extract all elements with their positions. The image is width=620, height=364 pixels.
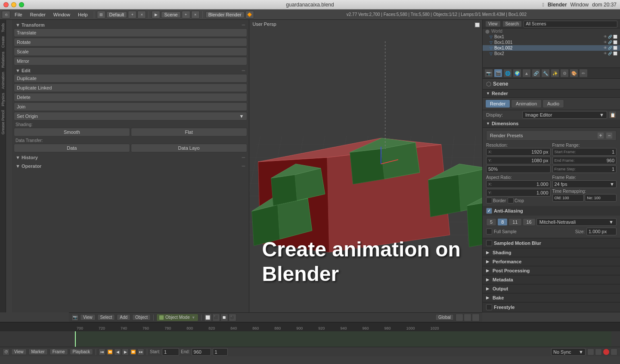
play-rev-icon[interactable]: ◀ (114, 349, 121, 355)
viewport-toggle[interactable]: ⬜ (474, 22, 480, 28)
step-prev-icon[interactable]: ⏪ (106, 349, 113, 355)
smooth-button[interactable]: Smooth (14, 128, 130, 136)
shading-solid[interactable]: ⬛ (212, 314, 220, 321)
duplicate-linked-button[interactable]: Duplicate Linked (14, 83, 247, 92)
timeline-mode-icon[interactable]: ⏱ (3, 349, 9, 355)
object-mode-selector[interactable]: Object Mode ▼ (156, 314, 198, 321)
timeline-frame-btn[interactable]: Frame (50, 349, 68, 355)
aa-8[interactable]: 8 (497, 218, 508, 226)
physics-icon-label[interactable]: Physics (0, 91, 6, 108)
display-icon-btn[interactable]: 📋 (609, 111, 617, 119)
timeline-r4[interactable] (611, 349, 617, 355)
layout-icon[interactable]: ⊞ (97, 11, 105, 19)
workspace-selector[interactable]: Default (106, 11, 127, 18)
scene-selector[interactable]: Scene (161, 11, 180, 18)
outliner-item-box2[interactable]: ▽ Box2 👁 🔗 ⬜ (483, 51, 620, 56)
scale-button[interactable]: Scale (14, 47, 247, 56)
outliner-item-box1-002[interactable]: ▽ Box1.002 👁 🔗 ⬜ (483, 45, 620, 51)
timeline-r1[interactable] (587, 349, 594, 355)
no-sync-dropdown[interactable]: No Sync ▼ (551, 348, 586, 356)
create-icon-label[interactable]: Create (0, 34, 6, 49)
remove-scene-icon[interactable]: × (191, 11, 200, 19)
freestyle-checkbox[interactable] (486, 304, 492, 310)
flat-button[interactable]: Flat (131, 128, 247, 136)
start-value[interactable]: 1 (162, 348, 179, 356)
res-y-field[interactable]: Y: 1080 px (486, 157, 551, 164)
translate-icon[interactable] (456, 314, 463, 321)
minimize-button[interactable] (11, 2, 16, 7)
presets-plus[interactable]: + (597, 132, 604, 139)
timeline-r2[interactable] (595, 349, 602, 355)
output-header[interactable]: ▶ Output (483, 284, 620, 293)
history-section-header[interactable]: ▼ History ··· (14, 154, 247, 161)
view-button[interactable]: View (485, 21, 501, 27)
render-engine-selector[interactable]: Blender Render (205, 11, 245, 18)
object-btn[interactable]: Object (132, 314, 151, 321)
menu-render[interactable]: Render (27, 11, 49, 18)
shading-wire[interactable]: ⬜ (204, 314, 212, 321)
aa-16[interactable]: 16 (523, 218, 536, 226)
freestyle-header[interactable]: Freestyle (483, 302, 620, 312)
data-layo-button[interactable]: Data Layo (131, 144, 247, 152)
render-prop-icon[interactable]: 📷 (484, 69, 493, 77)
remove-workspace-icon[interactable]: × (137, 11, 146, 19)
edit-section-header[interactable]: ▼ Edit ··· (14, 67, 247, 74)
render-presets-btn[interactable]: Render Presets + − (486, 130, 617, 141)
old-field[interactable]: Old: 100 (552, 194, 584, 202)
translate-button[interactable]: Translate (14, 28, 247, 37)
metadata-header[interactable]: ▶ Metadata (483, 275, 620, 284)
crop-checkbox[interactable] (508, 197, 514, 204)
relations-icon-label[interactable]: Relations (0, 50, 6, 70)
end-value[interactable]: 960 (192, 348, 211, 356)
global-btn[interactable]: Global (435, 314, 454, 321)
set-origin-button[interactable]: Set Origin ▼ (14, 112, 247, 120)
maximize-button[interactable] (19, 2, 24, 7)
world-prop-icon[interactable]: 🌍 (513, 69, 521, 77)
render-tab-render[interactable]: Render (485, 99, 510, 108)
aa-preset-dropdown[interactable]: Mitchell-Netravali ▼ (536, 218, 617, 226)
window-menu[interactable]: Window (570, 2, 589, 8)
view-btn[interactable]: View (80, 314, 96, 321)
viewport-mode-icon[interactable]: 📷 (71, 314, 78, 321)
blender-icon[interactable]: ⎋ (2, 11, 10, 19)
search-button[interactable]: Search (502, 21, 522, 27)
add-scene-icon[interactable]: + (182, 11, 190, 19)
frame-step-field[interactable]: Frame Step: 1 (552, 165, 617, 173)
add-workspace-icon[interactable]: + (128, 11, 136, 19)
smb-header[interactable]: Sampled Motion Blur (483, 238, 620, 248)
mirror-button[interactable]: Mirror (14, 57, 247, 65)
frame-next-icon[interactable]: ⏭ (137, 349, 144, 355)
framerate-field[interactable]: 24 fps ▼ (552, 180, 617, 188)
scenes-dropdown[interactable]: All Scenes (524, 21, 617, 28)
tools-icon-label[interactable]: Tools (0, 22, 6, 34)
presets-minus[interactable]: − (606, 132, 613, 139)
start-frame-field[interactable]: Start Frame: 1 (552, 148, 617, 156)
scene-prop-icon[interactable]: 🌐 (503, 69, 512, 77)
timeline-view-btn[interactable]: View (11, 349, 27, 355)
timeline-bar[interactable] (0, 331, 620, 347)
data-button[interactable]: Data (14, 144, 130, 152)
post-processing-header[interactable]: ▶ Post Processing (483, 266, 620, 275)
outliner-item-box1[interactable]: ▽ Box1 👁 🔗 ⬜ (483, 34, 620, 40)
modifier-prop-icon[interactable]: 🔧 (541, 69, 550, 77)
aa-checkbox[interactable]: ✓ (486, 208, 492, 214)
transform-section-header[interactable]: ▼ Transform ··· (14, 22, 247, 28)
smb-checkbox[interactable] (486, 240, 492, 246)
menu-file[interactable]: File (11, 11, 26, 18)
physics-prop-icon[interactable]: ⚙ (560, 69, 569, 77)
material-prop-icon[interactable]: 🎨 (570, 69, 578, 77)
size-field[interactable]: 1.000 px (586, 228, 617, 235)
timeline-marker-btn[interactable]: Marker (28, 349, 48, 355)
constraints-prop-icon[interactable]: 🔗 (532, 69, 540, 77)
aspect-y-field[interactable]: Y: 1.000 (486, 189, 551, 197)
res-x-field[interactable]: X: 1920 px (486, 148, 551, 156)
timeline-playback-btn[interactable]: Playback (70, 349, 93, 355)
aspect-x-field[interactable]: X: 1.000 (486, 180, 551, 188)
record-btn[interactable] (603, 349, 610, 355)
aa-header[interactable]: ✓ Anti-Aliasing (483, 206, 620, 216)
end-frame-field[interactable]: End Frame: 960 (552, 157, 617, 164)
res-percent-field[interactable]: 50% (486, 165, 551, 173)
render-tab-animation[interactable]: Animation (511, 99, 542, 108)
shading-texture[interactable]: 🔲 (220, 314, 228, 321)
display-dropdown[interactable]: Image Editor ▼ (522, 111, 607, 119)
